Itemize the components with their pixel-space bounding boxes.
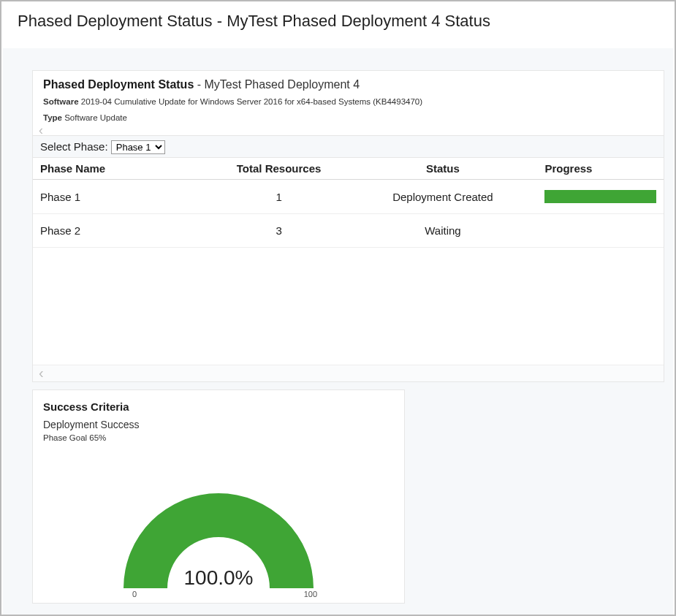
cell-resources: 1 bbox=[210, 180, 349, 214]
cell-phase-name: Phase 2 bbox=[33, 214, 210, 248]
gauge-tick-min: 0 bbox=[132, 590, 137, 598]
col-total-resources[interactable]: Total Resources bbox=[210, 158, 349, 180]
cell-status: Deployment Created bbox=[348, 180, 537, 214]
table-header-row: Phase Name Total Resources Status Progre… bbox=[33, 158, 664, 180]
phase-panel: Phased Deployment Status - MyTest Phased… bbox=[32, 70, 664, 382]
back-button-bottom[interactable]: ‹ bbox=[33, 365, 664, 381]
card-title: Success Criteria bbox=[43, 400, 394, 413]
panel-title-sep: - bbox=[197, 78, 205, 91]
type-label: Type bbox=[43, 113, 62, 122]
gauge-value-label: 100.0% bbox=[184, 566, 254, 590]
software-label: Software bbox=[43, 97, 79, 106]
app-frame: Phased Deployment Status - MyTest Phased… bbox=[0, 0, 676, 616]
cell-progress bbox=[537, 180, 664, 214]
panel-title-suffix: MyTest Phased Deployment 4 bbox=[205, 78, 360, 91]
type-value: Software Update bbox=[64, 113, 127, 122]
select-phase-dropdown[interactable]: Phase 1 bbox=[111, 140, 165, 154]
gauge-tick-max: 100 bbox=[304, 590, 317, 598]
card-subtitle: Deployment Success bbox=[43, 419, 394, 430]
chevron-left-icon: ‹ bbox=[39, 365, 44, 381]
col-status[interactable]: Status bbox=[348, 158, 537, 180]
select-phase-label: Select Phase: bbox=[40, 140, 108, 153]
col-phase-name[interactable]: Phase Name bbox=[33, 158, 210, 180]
col-progress[interactable]: Progress bbox=[537, 158, 664, 180]
chevron-left-icon: ‹ bbox=[39, 123, 43, 137]
cell-resources: 3 bbox=[210, 214, 349, 248]
panel-header: Phased Deployment Status - MyTest Phased… bbox=[33, 71, 664, 91]
cell-progress bbox=[537, 214, 664, 248]
cell-status: Waiting bbox=[348, 214, 537, 248]
select-phase-row: Select Phase: Phase 1 bbox=[33, 135, 664, 158]
back-button-top[interactable]: ‹ bbox=[33, 123, 664, 135]
table-row[interactable]: Phase 2 3 Waiting bbox=[33, 214, 664, 248]
gauge-chart: 100.0% 0 100 bbox=[80, 449, 357, 596]
page-title: Phased Deployment Status - MyTest Phased… bbox=[1, 1, 675, 35]
table-row[interactable]: Phase 1 1 Deployment Created bbox=[33, 180, 664, 214]
panel-title: Phased Deployment Status - MyTest Phased… bbox=[43, 78, 360, 91]
panel-title-prefix: Phased Deployment Status bbox=[43, 78, 194, 91]
card-goal: Phase Goal 65% bbox=[43, 433, 394, 442]
software-value: 2019-04 Cumulative Update for Windows Se… bbox=[81, 97, 422, 106]
software-line: Software 2019-04 Cumulative Update for W… bbox=[33, 91, 664, 106]
success-criteria-card: Success Criteria Deployment Success Phas… bbox=[32, 389, 405, 604]
cell-phase-name: Phase 1 bbox=[33, 180, 210, 214]
table-filler bbox=[33, 248, 664, 365]
type-line: Type Software Update bbox=[33, 106, 664, 123]
progress-bar bbox=[544, 190, 656, 203]
phase-table: Phase Name Total Resources Status Progre… bbox=[33, 158, 664, 248]
content-area: Phased Deployment Status - MyTest Phased… bbox=[3, 48, 673, 616]
